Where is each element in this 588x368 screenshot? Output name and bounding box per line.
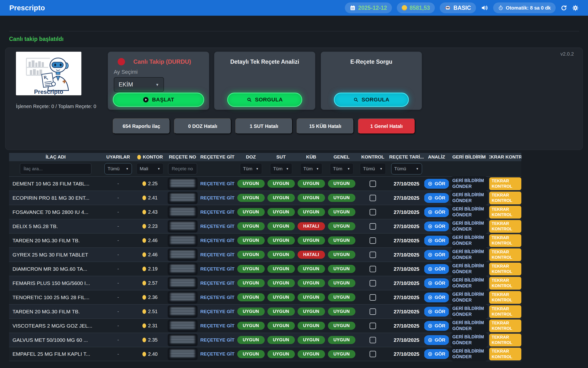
feedback-link[interactable]: GERİ BİLDİRİM GÖNDER — [450, 247, 488, 262]
goto-recete-link[interactable]: REÇETEYE GİT — [200, 323, 234, 329]
column-header-5[interactable]: REÇETEYE GİT — [199, 154, 236, 160]
kub-filter[interactable]: Tüm▼ — [300, 163, 322, 174]
column-header-9[interactable]: GENEL — [326, 154, 357, 160]
gor-button[interactable]: GÖR — [424, 349, 449, 359]
sut-filter[interactable]: Tüm▼ — [270, 163, 292, 174]
feedback-link[interactable]: GERİ BİLDİRİM GÖNDER — [450, 233, 488, 248]
feedback-link[interactable]: GERİ BİLDİRİM GÖNDER — [450, 205, 488, 219]
recheck-button[interactable]: TEKRAR KONTROL — [489, 319, 521, 332]
kontrol-checkbox[interactable] — [370, 266, 376, 272]
gor-button[interactable]: GÖR — [424, 250, 449, 260]
recheck-button[interactable]: TEKRAR KONTROL — [489, 220, 521, 233]
kontrol-checkbox[interactable] — [370, 252, 376, 258]
gor-button[interactable]: GÖR — [424, 221, 449, 231]
stat-doz[interactable]: 0 DOZ Hatalı — [174, 118, 231, 134]
kontrol-checkbox[interactable] — [370, 280, 376, 286]
feedback-link[interactable]: GERİ BİLDİRİM GÖNDER — [450, 262, 488, 276]
feedback-link[interactable]: GERİ BİLDİRİM GÖNDER — [450, 304, 488, 319]
kontrol-checkbox[interactable] — [370, 351, 376, 357]
goto-recete-link[interactable]: REÇETEYE GİT — [200, 252, 234, 258]
column-header-14[interactable]: TEKRAR KONTR... — [489, 154, 521, 160]
recheck-button[interactable]: TEKRAR KONTROL — [489, 277, 521, 290]
recheck-button[interactable]: TEKRAR KONTROL — [489, 177, 521, 190]
stat-raporlu[interactable]: 654 Raporlu ilaç — [113, 118, 170, 134]
doz-filter[interactable]: Tüm▼ — [240, 163, 262, 174]
feedback-link[interactable]: GERİ BİLDİRİM GÖNDER — [450, 191, 488, 205]
feedback-link[interactable]: GERİ BİLDİRİM GÖNDER — [450, 319, 488, 333]
goto-recete-link[interactable]: REÇETEYE GİT — [200, 281, 234, 286]
kontrol-checkbox[interactable] — [370, 195, 376, 201]
goto-recete-link[interactable]: REÇETEYE GİT — [200, 181, 234, 186]
column-header-3[interactable]: KONTOR — [134, 154, 166, 160]
column-header-2[interactable]: UYARILAR — [102, 154, 134, 160]
kontrol-checkbox[interactable] — [370, 337, 376, 343]
goto-recete-link[interactable]: REÇETEYE GİT — [200, 209, 234, 215]
column-header-1[interactable]: İLAÇ ADI — [9, 154, 102, 160]
gor-button[interactable]: GÖR — [424, 307, 449, 317]
plan-badge[interactable]: BASIC — [440, 2, 476, 13]
kontrol-checkbox[interactable] — [370, 237, 376, 244]
gor-button[interactable]: GÖR — [424, 278, 449, 288]
credit-badge[interactable]: 8581,53 — [397, 2, 435, 13]
kontrol-checkbox[interactable] — [370, 223, 376, 230]
auto-badge[interactable]: Otomatik: 8 sa 0 dk — [493, 2, 556, 13]
recete-no-input[interactable] — [168, 163, 197, 174]
column-header-10[interactable]: KONTROL — [357, 154, 389, 160]
feedback-link[interactable]: GERİ BİLDİRİM GÖNDER — [450, 176, 488, 191]
kontrol-checkbox[interactable] — [370, 323, 376, 329]
recheck-button[interactable]: TEKRAR KONTROL — [489, 234, 521, 247]
stat-sut[interactable]: 1 SUT Hatalı — [235, 118, 293, 134]
recheck-button[interactable]: TEKRAR KONTROL — [489, 248, 521, 261]
month-select[interactable]: EKİM ▼ — [114, 77, 164, 92]
gor-button[interactable]: GÖR — [424, 193, 449, 203]
genel-filter[interactable]: Tüm▼ — [330, 163, 353, 174]
recheck-button[interactable]: TEKRAR KONTROL — [489, 348, 521, 360]
gor-button[interactable]: GÖR — [424, 236, 449, 245]
goto-recete-link[interactable]: REÇETEYE GİT — [200, 337, 234, 343]
speaker-icon[interactable] — [481, 4, 488, 12]
goto-recete-link[interactable]: REÇETEYE GİT — [200, 309, 234, 314]
feedback-link[interactable]: GERİ BİLDİRİM GÖNDER — [450, 276, 488, 290]
column-header-8[interactable]: KÜB — [296, 154, 326, 160]
column-header-13[interactable]: GERİ BİLDİRİM — [449, 154, 489, 160]
gor-button[interactable]: GÖR — [424, 335, 449, 345]
goto-recete-link[interactable]: REÇETEYE GİT — [200, 224, 234, 229]
warnings-filter[interactable]: Tümü▼ — [104, 163, 132, 174]
stat-genel[interactable]: 1 Genel Hatalı — [358, 118, 415, 134]
goto-recete-link[interactable]: REÇETEYE GİT — [200, 238, 234, 243]
column-header-12[interactable]: ANALİZ — [424, 154, 449, 160]
recheck-button[interactable]: TEKRAR KONTROL — [489, 334, 521, 346]
column-header-11[interactable]: REÇETE TARİ... — [389, 154, 424, 160]
recheck-button[interactable]: TEKRAR KONTROL — [489, 305, 521, 318]
recheck-button[interactable]: TEKRAR KONTROL — [489, 263, 521, 275]
tarih-filter[interactable]: Tümü▼ — [391, 163, 422, 174]
feedback-link[interactable]: GERİ BİLDİRİM GÖNDER — [450, 333, 488, 347]
recheck-button[interactable]: TEKRAR KONTROL — [489, 291, 521, 304]
recheck-button[interactable]: TEKRAR KONTROL — [489, 192, 521, 204]
kontrol-checkbox[interactable] — [370, 209, 376, 215]
drug-search-input[interactable] — [20, 163, 91, 174]
goto-recete-link[interactable]: REÇETEYE GİT — [200, 351, 234, 357]
start-button[interactable]: BAŞLAT — [113, 93, 204, 107]
feedback-link[interactable]: GERİ BİLDİRİM GÖNDER — [450, 290, 488, 305]
gor-button[interactable]: GÖR — [424, 207, 449, 217]
column-header-6[interactable]: DOZ — [236, 154, 266, 160]
recheck-button[interactable]: TEKRAR KONTROL — [489, 206, 521, 219]
kontor-filter[interactable]: Mali▼ — [137, 163, 163, 174]
gor-button[interactable]: GÖR — [424, 321, 449, 331]
date-badge[interactable]: 2025-12-12 — [345, 2, 392, 13]
erecete-sorgula-button[interactable]: SORGULA — [334, 93, 409, 107]
goto-recete-link[interactable]: REÇETEYE GİT — [200, 266, 234, 272]
gear-icon[interactable] — [572, 5, 579, 11]
kontrol-checkbox[interactable] — [370, 294, 376, 301]
gor-button[interactable]: GÖR — [424, 264, 449, 274]
gor-button[interactable]: GÖR — [424, 179, 449, 189]
stat-kub[interactable]: 15 KÜB Hatalı — [297, 118, 354, 134]
gor-button[interactable]: GÖR — [424, 293, 449, 302]
kontrol-checkbox[interactable] — [370, 308, 376, 315]
refresh-icon[interactable] — [561, 5, 567, 11]
column-header-7[interactable]: SUT — [266, 154, 296, 160]
single-sorgula-button[interactable]: SORGULA — [227, 93, 302, 107]
column-header-4[interactable]: REÇETE NO — [166, 154, 199, 160]
goto-recete-link[interactable]: REÇETEYE GİT — [200, 295, 234, 300]
